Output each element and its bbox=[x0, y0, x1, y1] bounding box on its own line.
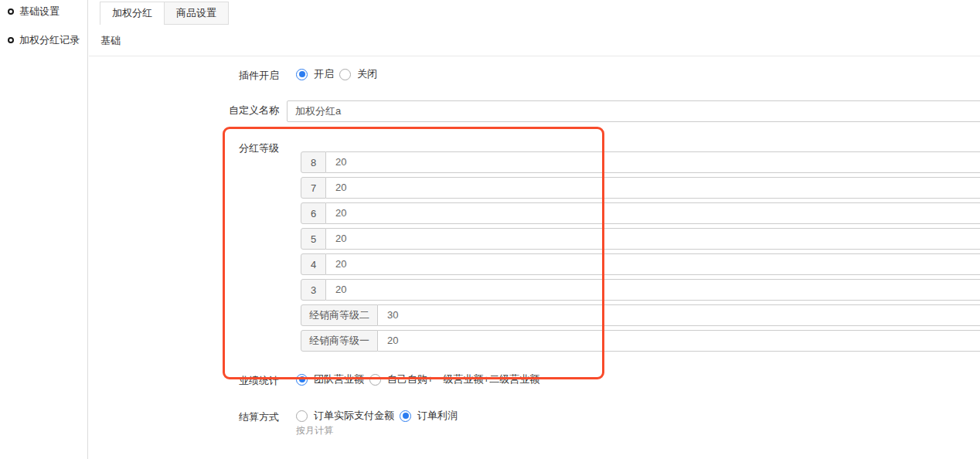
level-name-addon: 5 bbox=[301, 228, 326, 250]
level-row: 经销商等级一 20 bbox=[301, 330, 980, 352]
level-value-input[interactable]: 20 bbox=[326, 177, 980, 199]
settlement-radio-group: 订单实际支付金额 订单利润 bbox=[296, 409, 463, 423]
radio-checked-icon bbox=[296, 69, 308, 80]
radio-unchecked-icon bbox=[296, 410, 308, 422]
level-name-addon: 8 bbox=[301, 151, 326, 173]
level-value-input[interactable]: 20 bbox=[326, 202, 980, 224]
performance-stat-label: 业绩统计 bbox=[223, 374, 279, 388]
radio-option-label: 团队营业额 bbox=[314, 372, 364, 386]
tab-bar: 加权分红 商品设置 bbox=[100, 2, 229, 25]
radio-option-label: 开启 bbox=[314, 67, 334, 81]
level-name-addon: 3 bbox=[301, 279, 326, 301]
radio-option-order-profit[interactable]: 订单利润 bbox=[400, 409, 458, 423]
performance-stat-radio-group: 团队营业额 自己自购+一级营业额+二级营业额 bbox=[296, 372, 545, 386]
radio-option-self-purchase[interactable]: 自己自购+一级营业额+二级营业额 bbox=[369, 372, 539, 386]
level-name-addon: 7 bbox=[301, 177, 326, 199]
radio-checked-icon bbox=[296, 374, 308, 386]
sidebar-item-basic-settings[interactable]: 基础设置 bbox=[8, 4, 60, 19]
section-title-basic: 基础 bbox=[100, 34, 121, 48]
level-row: 6 20 bbox=[301, 202, 980, 224]
level-row: 4 20 bbox=[301, 253, 980, 275]
level-name-addon: 4 bbox=[301, 253, 326, 275]
sidebar-item-label: 基础设置 bbox=[19, 5, 60, 19]
custom-name-input[interactable]: 加权分红a bbox=[287, 100, 980, 122]
radio-option-label: 订单实际支付金额 bbox=[314, 409, 394, 423]
level-name-addon: 经销商等级一 bbox=[301, 330, 378, 352]
plugin-switch-radio-group: 开启 关闭 bbox=[296, 67, 383, 81]
level-value-input[interactable]: 20 bbox=[326, 279, 980, 301]
radio-option-label: 订单利润 bbox=[417, 409, 458, 423]
level-value-input[interactable]: 20 bbox=[326, 253, 980, 275]
level-value-input[interactable]: 20 bbox=[326, 151, 980, 173]
circle-bullet-icon bbox=[8, 8, 14, 15]
radio-checked-icon bbox=[400, 410, 411, 422]
radio-option-label: 自己自购+一级营业额+二级营业额 bbox=[387, 372, 539, 386]
radio-option-label: 关闭 bbox=[357, 67, 377, 81]
circle-bullet-icon bbox=[8, 37, 14, 43]
dividend-levels-list: 8 20 7 20 6 20 5 20 4 20 3 20 经销商等级二 30 … bbox=[301, 151, 980, 355]
radio-option-off[interactable]: 关闭 bbox=[339, 67, 377, 81]
radio-option-actual-paid-amount[interactable]: 订单实际支付金额 bbox=[296, 409, 394, 423]
settlement-note: 按月计算 bbox=[296, 424, 333, 437]
radio-unchecked-icon bbox=[369, 374, 381, 386]
level-name-addon: 经销商等级二 bbox=[301, 304, 378, 326]
level-row: 3 20 bbox=[301, 279, 980, 301]
level-value-input[interactable]: 30 bbox=[378, 304, 980, 326]
radio-option-team-revenue[interactable]: 团队营业额 bbox=[296, 372, 364, 386]
sidebar: 基础设置 加权分红记录 bbox=[0, 0, 88, 459]
level-value-input[interactable]: 20 bbox=[326, 228, 980, 250]
level-row: 5 20 bbox=[301, 228, 980, 250]
dividend-levels-label: 分红等级 bbox=[223, 141, 279, 155]
radio-option-on[interactable]: 开启 bbox=[296, 67, 334, 81]
weighted-dividend-settings-page: 基础设置 加权分红记录 加权分红 商品设置 基础 插件开启 开启 关闭 自定义名… bbox=[0, 0, 980, 459]
tab-product-settings[interactable]: 商品设置 bbox=[164, 2, 229, 25]
custom-name-label: 自定义名称 bbox=[223, 104, 279, 117]
section-divider bbox=[89, 56, 980, 56]
level-row: 经销商等级二 30 bbox=[301, 304, 980, 326]
settlement-label: 结算方式 bbox=[223, 410, 279, 424]
plugin-switch-label: 插件开启 bbox=[223, 69, 279, 83]
level-row: 7 20 bbox=[301, 177, 980, 199]
level-name-addon: 6 bbox=[301, 202, 326, 224]
tab-weighted-dividend[interactable]: 加权分红 bbox=[100, 2, 165, 25]
sidebar-item-label: 加权分红记录 bbox=[19, 33, 80, 47]
level-row: 8 20 bbox=[301, 151, 980, 173]
level-value-input[interactable]: 20 bbox=[378, 330, 980, 352]
radio-unchecked-icon bbox=[339, 69, 351, 80]
sidebar-item-dividend-records[interactable]: 加权分红记录 bbox=[8, 32, 80, 48]
